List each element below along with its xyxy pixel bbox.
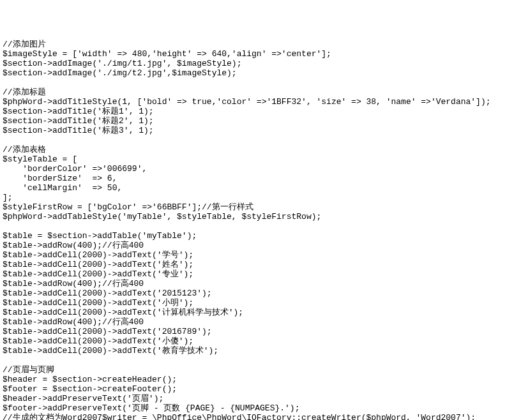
- code-line: 'cellMargin' => 50,: [3, 183, 518, 193]
- code-line: $phpWord->addTitleStyle(1, ['bold' => tr…: [3, 97, 518, 107]
- code-line: //添加图片: [3, 40, 518, 49]
- code-line: [3, 135, 518, 145]
- code-line: $table->addCell(2000)->addText('姓名');: [3, 260, 518, 269]
- code-line: $table->addCell(2000)->addText('学号');: [3, 250, 518, 260]
- code-line: //生成的文档为Word2007$writer = \PhpOffice\Php…: [3, 413, 518, 420]
- code-line: $header->addPreserveText('页眉');: [3, 394, 518, 403]
- code-line: 'borderSize' => 6,: [3, 174, 518, 183]
- code-line: $header = $section->createHeader();: [3, 375, 518, 384]
- code-line: [3, 356, 518, 365]
- code-line: //添加表格: [3, 145, 518, 154]
- code-line: $table->addRow(400);//行高400: [3, 279, 518, 289]
- code-line: $table->addCell(2000)->addText('小明');: [3, 298, 518, 308]
- code-line: $styleTable = [: [3, 154, 518, 164]
- code-line: $table->addCell(2000)->addText('2015123'…: [3, 289, 518, 298]
- code-line: $table->addCell(2000)->addText('计算机科学与技术…: [3, 308, 518, 317]
- code-line: //页眉与页脚: [3, 365, 518, 375]
- code-line: $table->addCell(2000)->addText('教育学技术');: [3, 346, 518, 356]
- code-line: $section->addTitle('标题2', 1);: [3, 116, 518, 126]
- code-line: $footer->addPreserveText('页脚 - 页数 {PAGE}…: [3, 403, 518, 413]
- php-code-block: //添加图片$imageStyle = ['width' => 480,'hei…: [3, 40, 518, 420]
- code-line: $phpWord->addTableStyle('myTable', $styl…: [3, 212, 518, 221]
- code-line: $section->addTitle('标题1', 1);: [3, 107, 518, 116]
- code-line: $footer = $section->createFooter();: [3, 384, 518, 394]
- code-line: 'borderColor' =>'006699',: [3, 164, 518, 174]
- code-line: $table->addRow(400);//行高400: [3, 241, 518, 250]
- code-line: $table->addCell(2000)->addText('小傻');: [3, 336, 518, 346]
- code-line: [3, 221, 518, 231]
- code-line: $section->addTitle('标题3', 1);: [3, 126, 518, 135]
- code-line: [3, 78, 518, 87]
- code-line: $section->addImage('./img/t1.jpg', $imag…: [3, 59, 518, 68]
- code-line: $table->addRow(400);//行高400: [3, 317, 518, 327]
- code-line: $table->addCell(2000)->addText('2016789'…: [3, 327, 518, 336]
- code-line: //添加标题: [3, 87, 518, 97]
- code-line: $table = $section->addTable('myTable');: [3, 231, 518, 241]
- code-line: $imageStyle = ['width' => 480,'height' =…: [3, 49, 518, 59]
- code-line: $styleFirstRow = ['bgColor' =>'66BBFF'];…: [3, 202, 518, 212]
- code-line: $table->addCell(2000)->addText('专业');: [3, 269, 518, 279]
- code-line: $section->addImage('./img/t2.jpg',$image…: [3, 68, 518, 78]
- code-line: ];: [3, 193, 518, 202]
